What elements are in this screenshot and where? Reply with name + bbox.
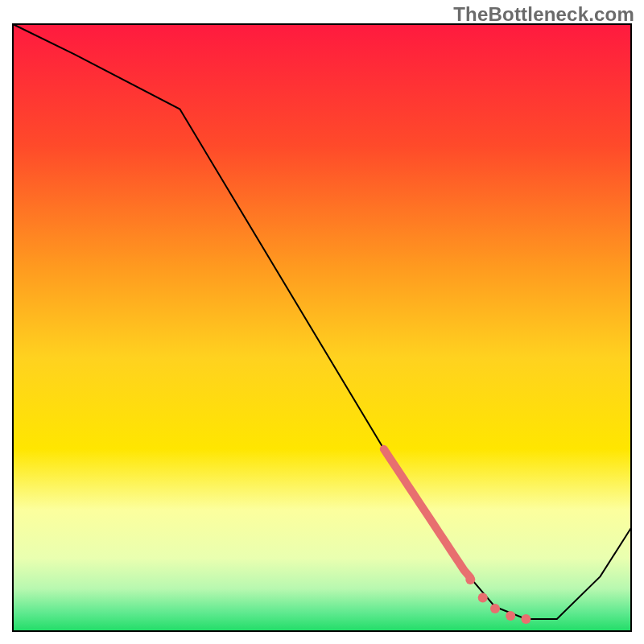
curve-marker [506,611,515,621]
plot-area [13,24,631,631]
watermark-label: TheBottleneck.com [453,3,634,26]
gradient-background [13,24,631,631]
bottleneck-chart [0,0,644,644]
curve-marker [478,593,488,603]
curve-marker [490,604,500,613]
chart-frame: TheBottleneck.com [0,0,644,644]
curve-marker [521,614,530,624]
curve-marker [465,575,475,584]
